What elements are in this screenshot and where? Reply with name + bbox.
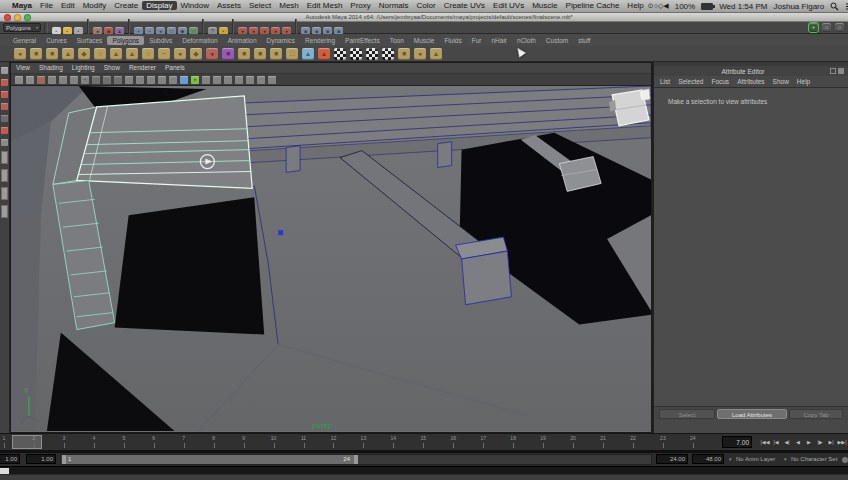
panel-menu-lighting[interactable]: Lighting [72,63,95,73]
panel-menu-panels[interactable]: Panels [165,63,185,73]
cone-marker-icon[interactable]: ▲ [318,48,330,60]
load-attributes-button[interactable]: Load Attributes [717,409,787,419]
shelf-tab-rendering[interactable]: Rendering [300,36,340,45]
poly-soccer-ball-icon[interactable]: ● [174,48,186,60]
lock-camera-icon[interactable] [26,76,34,84]
selected-vertex-marker[interactable] [278,230,283,235]
pan-zoom-icon[interactable] [70,76,78,84]
poly-helix-icon[interactable]: ~ [158,48,170,60]
scale-tool-icon[interactable] [1,127,8,134]
shelf-tab-dynamics[interactable]: Dynamics [262,36,301,45]
shelf-tab-toon[interactable]: Toon [385,36,409,45]
shelf-tab-custom[interactable]: Custom [541,36,573,45]
separate-icon[interactable]: ■ [254,48,266,60]
menubar-item-mesh[interactable]: Mesh [275,1,303,10]
range-start-handle[interactable] [62,455,66,464]
ae-menu-list[interactable]: List [660,78,670,85]
resolution-gate-icon[interactable] [103,76,111,84]
hypershade-layout-button[interactable] [1,205,8,218]
menubar-item-modify[interactable]: Modify [79,1,111,10]
range-slider-selected-range[interactable]: 1 24 [62,455,358,464]
time-slider[interactable]: 123456789101112131415161718192021222324 … [0,433,848,452]
shelf-tab-polygons[interactable]: Polygons [107,36,144,45]
grid-toggle-icon[interactable]: + [81,76,89,84]
spare-shelf-icon-1[interactable]: ● [414,48,426,60]
sculpt-tool-icon[interactable]: ● [206,48,218,60]
ae-dock-icon[interactable] [830,68,836,74]
shelf-tab-general[interactable]: General [8,36,41,45]
menubar-item-proxy[interactable]: Proxy [346,1,374,10]
isolate-select-icon[interactable] [246,76,254,84]
uv-checker-icon-2[interactable] [350,48,362,60]
ae-menu-focus[interactable]: Focus [711,78,729,85]
four-pane-layout-button[interactable] [1,169,8,182]
ambient-occlusion-icon[interactable] [213,76,221,84]
ae-menu-selected[interactable]: Selected [678,78,703,85]
minimize-window-button[interactable] [14,14,21,21]
go-to-end-button[interactable]: ▶▶| [837,435,847,449]
menubar-item-display[interactable]: Display [142,1,176,10]
shelf-tab-fluids[interactable]: Fluids [439,36,466,45]
ae-menu-icon[interactable] [838,68,844,74]
camera-attributes-icon[interactable] [37,76,45,84]
combine-icon[interactable]: ■ [238,48,250,60]
play-forwards-button[interactable]: ▶ [804,435,814,449]
menubar-item-pipeline-cache[interactable]: Pipeline Cache [562,1,624,10]
shelf-tab-surfaces[interactable]: Surfaces [72,36,108,45]
playback-end-field[interactable]: 24.00 [656,454,688,464]
step-forward-key-button[interactable]: ▶| [826,435,836,449]
fill-hole-icon[interactable]: □ [286,48,298,60]
persp-outliner-layout-button[interactable] [1,187,8,200]
ae-menu-help[interactable]: Help [797,78,810,85]
xray-icon[interactable] [257,76,265,84]
shelf-tab-nhair[interactable]: nHair [486,36,512,45]
extract-icon[interactable]: ■ [270,48,282,60]
poly-torus-icon[interactable]: ○ [94,48,106,60]
animation-start-field[interactable]: 1.00 [0,454,20,464]
poly-smooth-icon[interactable]: ■ [222,48,234,60]
menubar-item-help[interactable]: Help [623,1,647,10]
range-slider-track[interactable]: 1 24 [60,454,652,465]
safe-action-icon[interactable] [136,76,144,84]
ae-menu-show[interactable]: Show [773,78,789,85]
select-tool-icon[interactable] [1,67,8,74]
textured-mode-icon[interactable] [180,76,188,84]
panel-menu-view[interactable]: View [16,63,30,73]
menubar-item-muscle[interactable]: Muscle [528,1,561,10]
current-time-field[interactable]: 7.00 [722,436,752,448]
poly-platonic-icon[interactable]: ◆ [190,48,202,60]
menubar-item-create-uvs[interactable]: Create UVs [440,1,489,10]
shelf-tab-deformation[interactable]: Deformation [177,36,222,45]
select-button[interactable]: Select [659,409,715,419]
menubar-item-color[interactable]: Color [413,1,440,10]
shelf-tab-painteffects[interactable]: PaintEffects [340,36,385,45]
rotate-tool-icon[interactable] [1,115,8,122]
playback-start-field[interactable]: 1.00 [26,454,56,464]
menubar-item-edit-mesh[interactable]: Edit Mesh [303,1,347,10]
spare-shelf-icon-2[interactable]: ▲ [430,48,442,60]
poly-prism-icon[interactable]: ▲ [110,48,122,60]
poly-pipe-icon[interactable]: ○ [142,48,154,60]
play-backwards-button[interactable]: ◀ [793,435,803,449]
step-back-key-button[interactable]: |◀ [771,435,781,449]
menubar-user[interactable]: Joshua Figaro [774,2,825,11]
panel-menu-show[interactable]: Show [104,63,120,73]
command-line[interactable] [0,466,848,474]
viewport-3d-scene[interactable]: Y persp [11,86,651,431]
film-gate-icon[interactable] [92,76,100,84]
close-window-button[interactable] [4,14,11,21]
move-tool-icon[interactable] [1,103,8,110]
uv-checker-icon-3[interactable] [366,48,378,60]
poly-plane-icon[interactable]: ◆ [78,48,90,60]
modeling-toolkit-toggle[interactable]: + [809,23,818,32]
lasso-tool-icon[interactable] [1,79,8,86]
spotlight-icon[interactable] [830,2,839,11]
menubar-item-select[interactable]: Select [245,1,275,10]
poly-cube-icon[interactable]: ■ [30,48,42,60]
shelf-tab-curves[interactable]: Curves [41,36,72,45]
menubar-item-assets[interactable]: Assets [213,1,245,10]
go-to-start-button[interactable]: |◀◀ [760,435,770,449]
image-plane-icon[interactable] [59,76,67,84]
paint-select-tool-icon[interactable] [1,91,8,98]
menubar-item-file[interactable]: File [36,1,57,10]
